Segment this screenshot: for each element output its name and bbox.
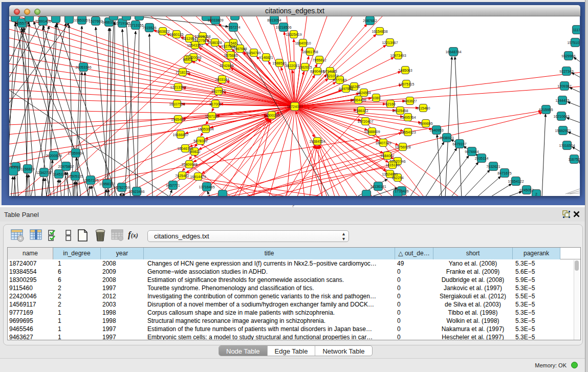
svg-text:6794028: 6794028 <box>323 70 337 73</box>
svg-text:8471675: 8471675 <box>497 171 511 175</box>
svg-text:10958117: 10958117 <box>99 182 115 186</box>
svg-text:9146821: 9146821 <box>259 56 273 59</box>
svg-text:98901: 98901 <box>183 58 193 61</box>
svg-text:12213967: 12213967 <box>382 41 398 45</box>
svg-text:9474444: 9474444 <box>465 150 478 154</box>
svg-text:9777169: 9777169 <box>333 78 346 82</box>
svg-text:19384554: 19384554 <box>309 140 325 143</box>
svg-text:7632621: 7632621 <box>486 165 500 168</box>
svg-text:1209387: 1209387 <box>557 84 571 88</box>
svg-text:349822: 349822 <box>188 150 200 154</box>
svg-text:8990448: 8990448 <box>310 70 324 73</box>
svg-text:16782759: 16782759 <box>114 186 129 189</box>
svg-text:20053346: 20053346 <box>75 65 91 69</box>
svg-text:8660125: 8660125 <box>169 33 183 36</box>
svg-text:12213389: 12213389 <box>170 85 186 89</box>
svg-text:1080: 1080 <box>372 96 380 100</box>
svg-text:17957225: 17957225 <box>82 179 98 182</box>
svg-text:16033809: 16033809 <box>207 18 223 22</box>
svg-text:9115460: 9115460 <box>417 106 430 110</box>
svg-text:16543382: 16543382 <box>187 43 203 47</box>
svg-text:17016504: 17016504 <box>559 144 575 147</box>
svg-text:20364436: 20364436 <box>350 98 366 102</box>
svg-text:5878332: 5878332 <box>193 139 207 143</box>
svg-text:13325419: 13325419 <box>286 33 301 36</box>
svg-text:12923446: 12923446 <box>128 190 144 193</box>
svg-text:62160: 62160 <box>385 102 396 106</box>
svg-text:2803144: 2803144 <box>215 78 229 81</box>
svg-text:7625402: 7625402 <box>175 174 189 178</box>
svg-text:8215955: 8215955 <box>539 108 553 112</box>
svg-text:16961758: 16961758 <box>302 50 318 54</box>
svg-text:114519: 114519 <box>53 172 65 176</box>
svg-text:15692971: 15692971 <box>555 129 571 133</box>
svg-text:13524851: 13524851 <box>382 172 398 176</box>
svg-text:817006: 817006 <box>209 102 221 106</box>
svg-text:2087682: 2087682 <box>363 19 377 23</box>
svg-text:10756928: 10756928 <box>395 145 410 149</box>
svg-text:8813054: 8813054 <box>267 18 281 22</box>
svg-text:6479197: 6479197 <box>452 142 466 146</box>
svg-text:1621072: 1621072 <box>324 74 338 78</box>
svg-text:1588520: 1588520 <box>272 61 286 65</box>
svg-text:116753: 116753 <box>569 158 580 161</box>
svg-text:9329966: 9329966 <box>561 54 575 58</box>
svg-text:1156829: 1156829 <box>21 167 35 171</box>
svg-text:16640910: 16640910 <box>295 41 311 45</box>
svg-text:7663822: 7663822 <box>156 30 169 33</box>
svg-text:53226058: 53226058 <box>194 35 210 38</box>
svg-text:10653267: 10653267 <box>74 18 90 22</box>
svg-text:12975115: 12975115 <box>399 82 415 86</box>
svg-text:16713155: 16713155 <box>127 24 143 27</box>
svg-text:1527602: 1527602 <box>89 19 102 23</box>
svg-text:16914479: 16914479 <box>190 175 206 179</box>
svg-text:7485063: 7485063 <box>398 69 412 72</box>
svg-text:9127503: 9127503 <box>194 39 208 42</box>
svg-text:1733426: 1733426 <box>395 189 408 193</box>
svg-text:9684067: 9684067 <box>380 154 394 158</box>
svg-text:1244415: 1244415 <box>555 99 569 102</box>
svg-text:20200578: 20200578 <box>46 154 61 158</box>
svg-text:2935114: 2935114 <box>475 157 489 160</box>
svg-text:18407249: 18407249 <box>375 141 391 145</box>
svg-text:8186328: 8186328 <box>208 41 222 45</box>
svg-text:7386322: 7386322 <box>354 109 368 113</box>
svg-text:9427552: 9427552 <box>211 90 225 93</box>
svg-text:10120746: 10120746 <box>389 160 405 163</box>
svg-text:16648784: 16648784 <box>445 50 461 54</box>
svg-text:83061: 83061 <box>11 165 21 169</box>
svg-text:1615132: 1615132 <box>385 163 399 167</box>
svg-text:7515526: 7515526 <box>142 26 156 30</box>
svg-text:152254: 152254 <box>391 176 403 180</box>
svg-text:16154838: 16154838 <box>372 30 387 33</box>
svg-text:15720407: 15720407 <box>357 120 373 123</box>
svg-text:16210643: 16210643 <box>553 115 569 118</box>
svg-text:19166857: 19166857 <box>172 133 188 137</box>
svg-text:31409948: 31409948 <box>181 163 197 166</box>
svg-text:1640953: 1640953 <box>429 128 443 132</box>
svg-text:14055724: 14055724 <box>14 21 30 25</box>
svg-text:1965498: 1965498 <box>171 118 185 121</box>
svg-text:9227343: 9227343 <box>559 70 573 73</box>
svg-text:20975867: 20975867 <box>58 165 74 168</box>
svg-text:3624554: 3624554 <box>357 91 371 95</box>
svg-text:15353994: 15353994 <box>198 127 213 131</box>
svg-text:13716485: 13716485 <box>199 185 214 189</box>
svg-text:19218506: 19218506 <box>275 26 291 29</box>
svg-text:15495764: 15495764 <box>400 116 416 119</box>
svg-text:18724007: 18724007 <box>287 105 302 108</box>
svg-text:8454749: 8454749 <box>247 51 260 55</box>
svg-text:8938923: 8938923 <box>440 136 453 140</box>
svg-text:2: 2 <box>535 192 537 196</box>
svg-text:10688609: 10688609 <box>364 130 380 134</box>
svg-text:1362615: 1362615 <box>298 65 312 69</box>
svg-text:10973493: 10973493 <box>390 54 406 57</box>
svg-text:2718170: 2718170 <box>176 71 189 74</box>
svg-text:18046788: 18046788 <box>177 147 193 150</box>
svg-text:20691406: 20691406 <box>35 19 51 23</box>
svg-text:14136141: 14136141 <box>370 185 386 188</box>
svg-text:17359934: 17359934 <box>68 151 83 155</box>
svg-text:13654923: 13654923 <box>400 130 416 134</box>
svg-text:7357274: 7357274 <box>226 26 240 29</box>
svg-text:2967608: 2967608 <box>233 47 247 51</box>
